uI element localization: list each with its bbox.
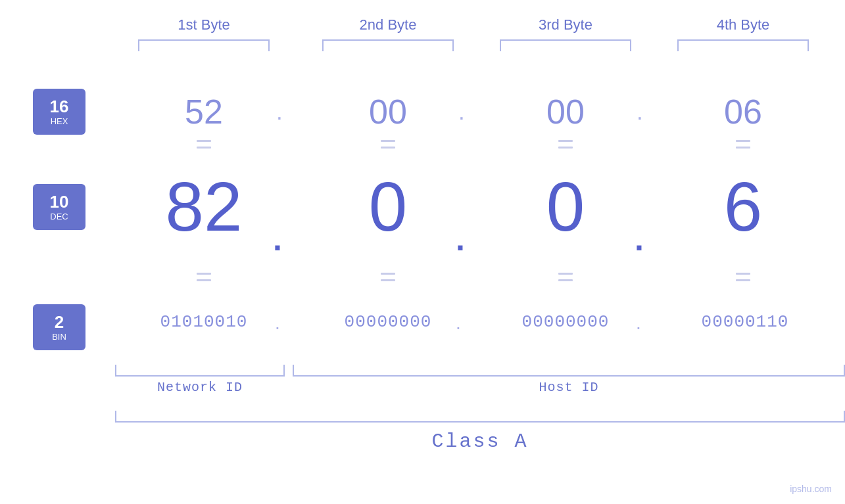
bin-val-2: 00000000	[293, 312, 483, 332]
dec-dot-2: .	[456, 220, 465, 258]
hex-val-3: 00	[477, 92, 654, 131]
dec-dot-3: .	[635, 220, 644, 258]
dec-val-3: 0	[477, 168, 654, 246]
hex-val-2: 00	[299, 92, 477, 131]
hex-val-4: 06	[654, 92, 832, 131]
top-bracket-3	[477, 39, 654, 51]
dec-val-1: 82	[115, 168, 293, 246]
network-id-bracket	[115, 365, 285, 377]
equals-1c	[477, 140, 654, 149]
class-bracket	[115, 411, 845, 423]
watermark: ipshu.com	[790, 484, 832, 494]
equals-1b	[299, 140, 477, 149]
hex-dot-2: .	[458, 99, 465, 125]
byte2-header: 2nd Byte	[299, 16, 477, 34]
class-label: Class A	[115, 430, 845, 453]
host-id-label: Host ID	[293, 380, 845, 395]
bin-val-4: 00000110	[650, 312, 840, 332]
host-id-bracket	[293, 365, 845, 377]
byte4-header: 4th Byte	[654, 16, 832, 34]
top-bracket-1	[115, 39, 293, 51]
hex-dot-3: .	[637, 99, 643, 125]
bin-val-1: 01010010	[112, 312, 296, 332]
network-id-label: Network ID	[115, 380, 285, 395]
top-bracket-2	[299, 39, 477, 51]
equals-2c	[477, 273, 654, 281]
dec-dot-1: .	[273, 220, 282, 258]
equals-1a	[115, 140, 293, 149]
byte1-header: 1st Byte	[115, 16, 293, 34]
equals-2b	[299, 273, 477, 281]
equals-2d	[654, 273, 832, 281]
top-bracket-4	[654, 39, 832, 51]
bin-dot-3: .	[636, 313, 641, 334]
dec-val-2: 0	[299, 168, 477, 246]
bin-val-3: 00000000	[470, 312, 661, 332]
bin-dot-2: .	[456, 313, 461, 334]
hex-dot-1: .	[276, 99, 283, 125]
equals-2a	[115, 273, 293, 281]
dec-badge: 10 DEC	[33, 184, 85, 230]
main-layout: 1st Byte 2nd Byte 3rd Byte 4th Byte 16 H…	[0, 0, 845, 504]
byte3-header: 3rd Byte	[477, 16, 654, 34]
dec-val-4: 6	[654, 168, 832, 246]
bin-badge: 2 BIN	[33, 304, 85, 350]
bin-dot-1: .	[275, 313, 280, 334]
equals-1d	[654, 140, 832, 149]
hex-badge: 16 HEX	[33, 89, 85, 135]
hex-val-1: 52	[115, 92, 293, 131]
